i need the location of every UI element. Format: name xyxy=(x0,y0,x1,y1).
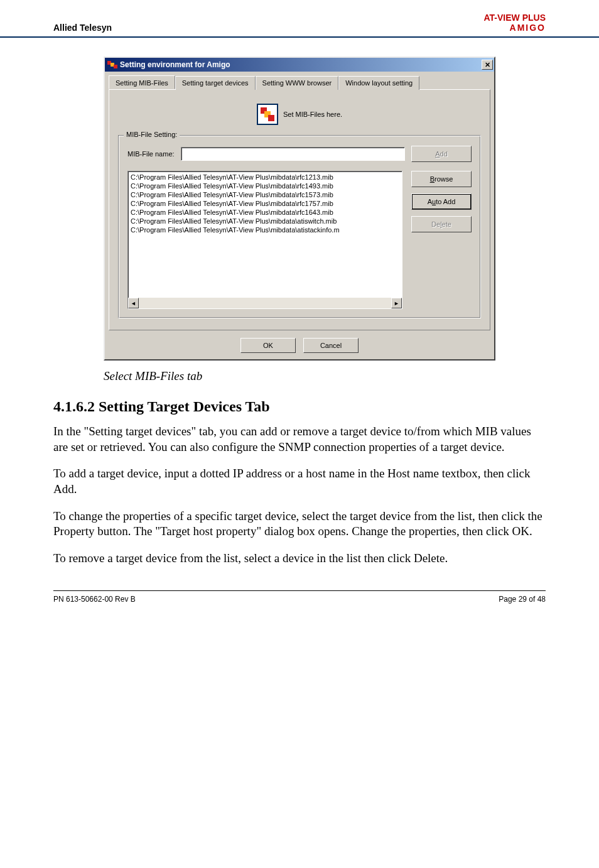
dialog-title: Setting environment for Amigo xyxy=(120,60,230,69)
mib-file-setting-group: MIB-File Setting: MIB-File name: Add C:\… xyxy=(118,135,481,318)
brand-line1: AT-VIEW PLUS xyxy=(483,13,546,23)
tab-window-layout[interactable]: Window layout setting xyxy=(338,76,419,90)
tabstrip: Setting MIB-Files Setting target devices… xyxy=(105,72,494,89)
section-heading: 4.1.6.2 Setting Target Devices Tab xyxy=(0,383,599,424)
list-item[interactable]: C:\Program Files\Allied Telesyn\AT-View … xyxy=(128,225,402,234)
scroll-right-button[interactable]: ► xyxy=(391,298,402,308)
header-left: Allied Telesyn xyxy=(53,23,112,33)
tab-mib-files[interactable]: Setting MIB-Files xyxy=(109,75,175,89)
cancel-button[interactable]: Cancel xyxy=(303,338,359,353)
tab-panel: Set MIB-Files here. MIB-File Setting: MI… xyxy=(109,89,490,330)
settings-dialog: Setting environment for Amigo ✕ Setting … xyxy=(104,57,495,361)
footer-right: Page 29 of 48 xyxy=(499,595,546,604)
list-item[interactable]: C:\Program Files\Allied Telesyn\AT-View … xyxy=(128,217,402,225)
banner-icon xyxy=(257,104,278,125)
horizontal-scrollbar[interactable]: ◄ ► xyxy=(128,298,402,308)
mibfile-name-label: MIB-File name: xyxy=(127,150,175,158)
figure-caption: Select MIB-Files tab xyxy=(0,367,599,383)
banner: Set MIB-Files here. xyxy=(118,99,481,135)
close-button[interactable]: ✕ xyxy=(482,60,493,70)
body-paragraph: To add a target device, input a dotted I… xyxy=(0,466,599,508)
scroll-left-button[interactable]: ◄ xyxy=(128,298,139,308)
group-legend: MIB-File Setting: xyxy=(124,131,180,138)
browse-button[interactable]: Browse xyxy=(411,171,472,187)
dialog-buttons: OK Cancel xyxy=(105,334,494,359)
add-button[interactable]: Add xyxy=(411,146,472,162)
mib-file-listbox[interactable]: C:\Program Files\Allied Telesyn\AT-View … xyxy=(127,171,402,309)
auto-add-button[interactable]: Auto Add xyxy=(411,193,472,210)
list-item[interactable]: C:\Program Files\Allied Telesyn\AT-View … xyxy=(128,208,402,217)
body-paragraph: To change the properties of a specific t… xyxy=(0,509,599,551)
brand-line2: AMIGO xyxy=(483,23,546,33)
body-paragraph: To remove a target device from the list,… xyxy=(0,551,599,578)
titlebar: Setting environment for Amigo ✕ xyxy=(105,58,494,72)
header-right: AT-VIEW PLUS AMIGO xyxy=(483,13,546,33)
tab-target-devices[interactable]: Setting target devices xyxy=(175,76,256,90)
list-item[interactable]: C:\Program Files\Allied Telesyn\AT-View … xyxy=(128,190,402,199)
page-header: Allied Telesyn AT-VIEW PLUS AMIGO xyxy=(0,0,599,38)
footer-left: PN 613-50662-00 Rev B xyxy=(53,595,136,604)
ok-button[interactable]: OK xyxy=(240,338,296,353)
page-footer: PN 613-50662-00 Rev B Page 29 of 48 xyxy=(53,590,546,604)
tab-www-browser[interactable]: Setting WWW browser xyxy=(256,76,339,90)
app-icon xyxy=(107,60,117,70)
list-item[interactable]: C:\Program Files\Allied Telesyn\AT-View … xyxy=(128,173,402,182)
body-paragraph: In the "Setting target devices" tab, you… xyxy=(0,424,599,466)
list-item[interactable]: C:\Program Files\Allied Telesyn\AT-View … xyxy=(128,182,402,190)
delete-button[interactable]: Delete xyxy=(411,216,472,232)
banner-text: Set MIB-Files here. xyxy=(283,111,342,118)
list-item[interactable]: C:\Program Files\Allied Telesyn\AT-View … xyxy=(128,199,402,208)
mibfile-name-input[interactable] xyxy=(181,147,405,161)
